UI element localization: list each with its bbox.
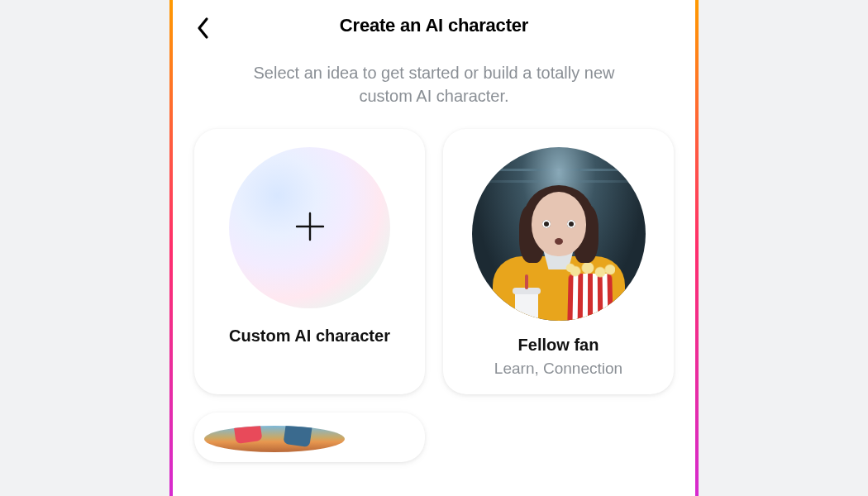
header: Create an AI character (173, 0, 695, 48)
card-title: Fellow fan (518, 336, 599, 355)
character-avatar (204, 426, 345, 452)
custom-character-avatar (229, 147, 390, 308)
character-card-partial[interactable] (194, 413, 425, 462)
create-ai-character-screen: Create an AI character Select an idea to… (169, 0, 699, 496)
page-subtitle: Select an idea to get started or build a… (173, 48, 695, 129)
card-tags: Learn, Connection (494, 360, 622, 378)
fellow-fan-avatar (472, 147, 646, 321)
plus-icon (293, 210, 327, 246)
character-cards-grid: Custom AI character Fellow fan Learn, Co… (173, 129, 695, 462)
back-button[interactable] (188, 13, 217, 43)
chevron-left-icon (196, 17, 209, 40)
custom-ai-character-card[interactable]: Custom AI character (194, 129, 425, 394)
fellow-fan-card[interactable]: Fellow fan Learn, Connection (443, 129, 674, 394)
page-title: Create an AI character (183, 15, 685, 36)
card-title: Custom AI character (229, 327, 390, 346)
